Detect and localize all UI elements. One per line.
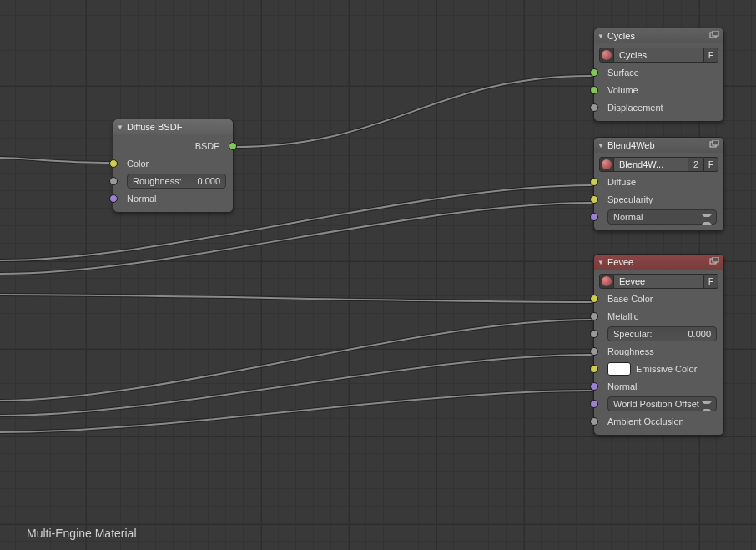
- socket-label: Base Color: [607, 294, 653, 304]
- collapse-triangle-icon[interactable]: ▼: [597, 259, 604, 266]
- node-header[interactable]: ▼ Cycles: [594, 28, 723, 43]
- socket-label: Surface: [607, 68, 639, 78]
- input-normal: Normal: [113, 189, 233, 207]
- material-selector[interactable]: Blend4W... 2 F: [594, 155, 723, 173]
- user-count-button[interactable]: 2: [688, 157, 703, 172]
- input-volume: Volume: [594, 81, 723, 98]
- node-title: Eevee: [607, 257, 633, 267]
- svg-rect-5: [713, 257, 718, 262]
- input-color: Color: [113, 154, 233, 172]
- socket-label: Specularity: [607, 194, 653, 204]
- material-browse-icon[interactable]: [599, 274, 614, 289]
- socket-in-vector[interactable]: [109, 194, 118, 203]
- socket-out-shader[interactable]: [229, 142, 237, 150]
- material-name-field[interactable]: Blend4W...: [614, 157, 688, 172]
- input-ambient-occlusion: Ambient Occlusion: [594, 412, 723, 430]
- socket-in-color[interactable]: [590, 365, 598, 373]
- present-icon[interactable]: [708, 30, 720, 40]
- field-label: Roughness:: [133, 176, 182, 186]
- node-title: Blend4Web: [607, 140, 655, 150]
- material-name-field[interactable]: Cycles: [614, 48, 703, 63]
- output-bsdf: BSDF: [113, 137, 233, 154]
- socket-in-color[interactable]: [590, 178, 598, 186]
- socket-in-value[interactable]: [590, 347, 598, 356]
- material-browse-icon[interactable]: [599, 48, 614, 63]
- socket-label: Normal: [127, 194, 156, 204]
- specular-field[interactable]: Specular: 0.000: [607, 326, 717, 341]
- node-header[interactable]: ▼ Eevee: [594, 255, 723, 270]
- input-diffuse: Diffuse: [594, 173, 723, 190]
- socket-in-value[interactable]: [109, 177, 118, 185]
- present-icon[interactable]: [708, 256, 720, 266]
- fake-user-button[interactable]: F: [703, 48, 718, 63]
- collapse-triangle-icon[interactable]: ▼: [597, 33, 604, 40]
- node-title: Diffuse BSDF: [127, 122, 182, 132]
- svg-rect-1: [713, 31, 718, 36]
- material-name-field[interactable]: Eevee: [614, 274, 703, 289]
- input-metallic: Metallic: [594, 307, 723, 325]
- present-icon[interactable]: [708, 139, 720, 149]
- field-value: 0.000: [197, 176, 220, 186]
- material-selector[interactable]: Eevee F: [594, 272, 723, 290]
- input-roughness: Roughness: 0.000: [113, 172, 233, 189]
- emissive-color-swatch[interactable]: [607, 362, 631, 376]
- socket-in-shader[interactable]: [590, 86, 598, 94]
- material-selector[interactable]: Cycles F: [594, 46, 723, 63]
- socket-in-shader[interactable]: [590, 68, 598, 77]
- input-displacement: Displacement: [594, 98, 723, 116]
- socket-in-color[interactable]: [109, 159, 118, 168]
- socket-in-value[interactable]: [590, 312, 598, 320]
- collapse-triangle-icon[interactable]: ▼: [597, 142, 604, 149]
- socket-in-vector[interactable]: [590, 213, 598, 221]
- socket-label: Emissive Color: [636, 364, 697, 374]
- socket-label: Ambient Occlusion: [607, 416, 684, 426]
- node-title: Cycles: [607, 31, 635, 41]
- field-label: Specular:: [613, 329, 652, 339]
- node-header[interactable]: ▼ Diffuse BSDF: [113, 119, 233, 134]
- socket-label: Metallic: [607, 311, 638, 321]
- socket-label: Displacement: [607, 103, 663, 113]
- input-specularity: Specularity: [594, 190, 723, 208]
- input-base-color: Base Color: [594, 290, 723, 307]
- socket-label: Normal: [607, 381, 637, 391]
- socket-in-value[interactable]: [590, 103, 598, 112]
- socket-label: Volume: [607, 85, 638, 95]
- socket-label: Color: [127, 159, 149, 169]
- fake-user-button[interactable]: F: [703, 157, 718, 172]
- normal-dropdown[interactable]: Normal: [607, 209, 717, 225]
- socket-label: Diffuse: [607, 177, 636, 187]
- socket-in-color[interactable]: [590, 295, 598, 303]
- node-blend4web-output[interactable]: ▼ Blend4Web Blend4W... 2 F Diffuse Specu…: [593, 137, 724, 231]
- input-world-position-offset: World Position Offset: [594, 395, 723, 412]
- socket-in-value[interactable]: [590, 330, 598, 338]
- field-value: 0.000: [688, 329, 711, 339]
- input-surface: Surface: [594, 63, 723, 81]
- roughness-field[interactable]: Roughness: 0.000: [127, 174, 226, 189]
- socket-in-vector[interactable]: [590, 400, 598, 408]
- input-normal-select: Normal: [594, 208, 723, 225]
- editor-title: Multi-Engine Material: [27, 527, 137, 540]
- material-browse-icon[interactable]: [599, 157, 614, 172]
- input-normal: Normal: [594, 377, 723, 395]
- input-emissive-color: Emissive Color: [594, 360, 723, 377]
- input-specular: Specular: 0.000: [594, 325, 723, 342]
- node-eevee-output[interactable]: ▼ Eevee Eevee F Base Color Metallic Spec…: [593, 254, 724, 436]
- wpo-dropdown[interactable]: World Position Offset: [607, 396, 717, 411]
- socket-in-vector[interactable]: [590, 382, 598, 391]
- socket-label: Roughness: [607, 346, 654, 356]
- svg-rect-3: [713, 140, 718, 145]
- collapse-triangle-icon[interactable]: ▼: [117, 124, 123, 131]
- socket-in-value[interactable]: [590, 417, 598, 426]
- socket-label: BSDF: [195, 141, 219, 151]
- fake-user-button[interactable]: F: [703, 274, 718, 289]
- socket-in-color[interactable]: [590, 195, 598, 204]
- input-roughness: Roughness: [594, 342, 723, 360]
- node-cycles-output[interactable]: ▼ Cycles Cycles F Surface Volume Displac…: [593, 28, 724, 122]
- node-diffuse-bsdf[interactable]: ▼ Diffuse BSDF BSDF Color Roughness: 0.0…: [113, 119, 234, 213]
- node-header[interactable]: ▼ Blend4Web: [594, 138, 723, 153]
